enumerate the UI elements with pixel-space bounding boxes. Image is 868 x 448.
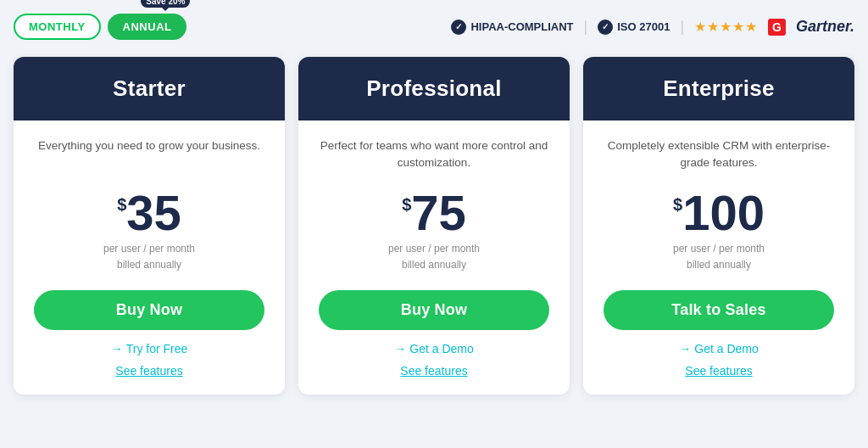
enterprise-cta-button[interactable]: Talk to Sales xyxy=(604,290,834,330)
enterprise-price-details: per user / per month billed annually xyxy=(673,241,765,273)
professional-currency: $ xyxy=(402,195,411,215)
starter-plan-body: Everything you need to grow your busines… xyxy=(14,120,285,395)
hipaa-label: HIPAA-COMPLIANT xyxy=(470,20,573,33)
hipaa-badge: ✓ HIPAA-COMPLIANT xyxy=(451,20,573,35)
enterprise-amount: 100 xyxy=(682,188,765,238)
professional-plan-card: Professional Perfect for teams who want … xyxy=(298,57,570,395)
professional-arrow-icon: → xyxy=(394,342,406,356)
professional-amount: 75 xyxy=(411,188,466,238)
starter-amount: 35 xyxy=(126,188,181,238)
iso-badge: ✓ ISO 27001 xyxy=(598,20,670,35)
enterprise-price-section: $ 100 xyxy=(673,188,765,238)
billing-toggle: Save 20% MONTHLY ANNUAL xyxy=(14,14,186,40)
starter-see-features[interactable]: See features xyxy=(115,364,182,378)
starter-price-details: per user / per month billed annually xyxy=(103,241,195,273)
starter-plan-card: Starter Everything you need to grow your… xyxy=(14,57,285,395)
divider-1: | xyxy=(584,18,588,36)
top-bar: Save 20% MONTHLY ANNUAL ✓ HIPAA-COMPLIAN… xyxy=(14,14,854,40)
professional-description: Perfect for teams who want more control … xyxy=(319,137,549,175)
plans-container: Starter Everything you need to grow your… xyxy=(14,57,854,395)
starter-link-action[interactable]: → Try for Free xyxy=(111,342,188,356)
professional-plan-header: Professional xyxy=(298,57,570,120)
professional-price-section: $ 75 xyxy=(402,188,466,238)
star-rating: ★★★★★ xyxy=(694,19,758,35)
annual-toggle-button[interactable]: ANNUAL xyxy=(108,14,187,40)
professional-link-action[interactable]: → Get a Demo xyxy=(394,342,473,356)
starter-currency: $ xyxy=(117,195,126,215)
starter-price-section: $ 35 xyxy=(117,188,181,238)
starter-cta-button[interactable]: Buy Now xyxy=(34,290,264,330)
hipaa-check-icon: ✓ xyxy=(451,20,466,35)
enterprise-currency: $ xyxy=(673,195,682,215)
save-badge: Save 20% xyxy=(141,0,190,8)
divider-2: | xyxy=(680,18,684,36)
gartner-label: Gartner. xyxy=(796,18,854,36)
professional-link-label: Get a Demo xyxy=(409,342,473,356)
starter-plan-header: Starter xyxy=(14,57,285,120)
starter-arrow-icon: → xyxy=(111,342,123,356)
enterprise-plan-header: Enterprise xyxy=(583,57,854,120)
enterprise-arrow-icon: → xyxy=(679,342,691,356)
monthly-toggle-button[interactable]: MONTHLY xyxy=(14,14,101,40)
professional-cta-button[interactable]: Buy Now xyxy=(319,290,549,330)
enterprise-see-features[interactable]: See features xyxy=(685,364,752,378)
enterprise-plan-body: Completely extensible CRM with enterpris… xyxy=(583,120,854,395)
enterprise-link-label: Get a Demo xyxy=(694,342,758,356)
starter-link-label: Try for Free xyxy=(126,342,188,356)
iso-label: ISO 27001 xyxy=(617,20,670,33)
professional-plan-body: Perfect for teams who want more control … xyxy=(298,120,570,395)
starter-description: Everything you need to grow your busines… xyxy=(38,137,260,175)
gartner-g-icon: G xyxy=(768,19,786,36)
enterprise-link-action[interactable]: → Get a Demo xyxy=(679,342,758,356)
professional-price-details: per user / per month billed annually xyxy=(388,241,480,273)
professional-see-features[interactable]: See features xyxy=(400,364,467,378)
trust-badges: ✓ HIPAA-COMPLIANT | ✓ ISO 27001 | ★★★★★ … xyxy=(451,18,854,36)
iso-check-icon: ✓ xyxy=(598,20,613,35)
enterprise-description: Completely extensible CRM with enterpris… xyxy=(604,137,834,175)
enterprise-plan-card: Enterprise Completely extensible CRM wit… xyxy=(583,57,854,395)
